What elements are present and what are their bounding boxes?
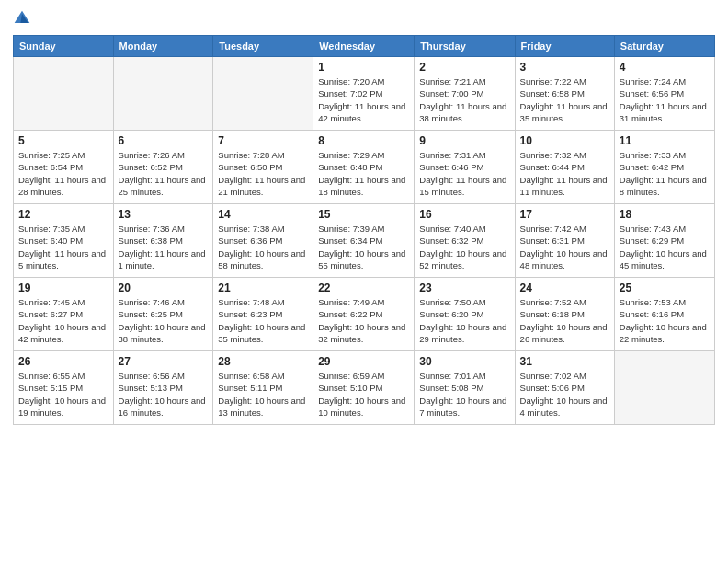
day-info: Sunrise: 7:20 AM Sunset: 7:02 PM Dayligh… bbox=[318, 75, 409, 124]
weekday-header-monday: Monday bbox=[113, 36, 213, 57]
day-info: Sunrise: 7:29 AM Sunset: 6:48 PM Dayligh… bbox=[318, 149, 409, 198]
calendar-cell: 26Sunrise: 6:55 AM Sunset: 5:15 PM Dayli… bbox=[14, 351, 114, 425]
calendar-week-3: 19Sunrise: 7:45 AM Sunset: 6:27 PM Dayli… bbox=[14, 278, 715, 351]
day-info: Sunrise: 7:45 AM Sunset: 6:27 PM Dayligh… bbox=[18, 296, 108, 345]
day-info: Sunrise: 7:39 AM Sunset: 6:34 PM Dayligh… bbox=[318, 223, 409, 271]
calendar-cell: 23Sunrise: 7:50 AM Sunset: 6:20 PM Dayli… bbox=[415, 278, 515, 351]
calendar-cell: 31Sunrise: 7:02 AM Sunset: 5:06 PM Dayli… bbox=[515, 351, 614, 425]
calendar-cell: 19Sunrise: 7:45 AM Sunset: 6:27 PM Dayli… bbox=[14, 278, 114, 351]
day-number: 19 bbox=[18, 282, 108, 294]
day-number: 10 bbox=[520, 134, 609, 147]
day-info: Sunrise: 7:28 AM Sunset: 6:50 PM Dayligh… bbox=[218, 149, 308, 198]
calendar-table: SundayMondayTuesdayWednesdayThursdayFrid… bbox=[13, 35, 715, 425]
day-info: Sunrise: 7:33 AM Sunset: 6:42 PM Dayligh… bbox=[620, 149, 710, 198]
day-info: Sunrise: 7:52 AM Sunset: 6:18 PM Dayligh… bbox=[520, 296, 609, 345]
day-info: Sunrise: 7:48 AM Sunset: 6:23 PM Dayligh… bbox=[218, 296, 308, 345]
calendar-cell: 5Sunrise: 7:25 AM Sunset: 6:54 PM Daylig… bbox=[14, 131, 114, 204]
day-info: Sunrise: 7:26 AM Sunset: 6:52 PM Dayligh… bbox=[119, 149, 209, 198]
calendar-cell: 8Sunrise: 7:29 AM Sunset: 6:48 PM Daylig… bbox=[313, 131, 415, 204]
day-info: Sunrise: 7:21 AM Sunset: 7:00 PM Dayligh… bbox=[419, 75, 509, 124]
calendar-cell: 28Sunrise: 6:58 AM Sunset: 5:11 PM Dayli… bbox=[213, 351, 313, 425]
day-info: Sunrise: 7:22 AM Sunset: 6:58 PM Dayligh… bbox=[520, 75, 609, 124]
day-info: Sunrise: 7:36 AM Sunset: 6:38 PM Dayligh… bbox=[119, 223, 209, 271]
calendar-cell: 17Sunrise: 7:42 AM Sunset: 6:31 PM Dayli… bbox=[515, 204, 614, 278]
day-number: 7 bbox=[218, 134, 308, 147]
calendar-cell bbox=[213, 57, 313, 131]
weekday-header-thursday: Thursday bbox=[415, 36, 515, 57]
calendar-cell: 30Sunrise: 7:01 AM Sunset: 5:08 PM Dayli… bbox=[415, 351, 515, 425]
weekday-header-tuesday: Tuesday bbox=[213, 36, 313, 57]
day-info: Sunrise: 7:42 AM Sunset: 6:31 PM Dayligh… bbox=[520, 223, 609, 271]
day-number: 13 bbox=[119, 208, 209, 221]
calendar-cell: 7Sunrise: 7:28 AM Sunset: 6:50 PM Daylig… bbox=[213, 131, 313, 204]
day-number: 9 bbox=[419, 134, 509, 147]
day-number: 28 bbox=[218, 355, 308, 368]
header bbox=[13, 9, 715, 28]
day-info: Sunrise: 7:32 AM Sunset: 6:44 PM Dayligh… bbox=[520, 149, 609, 198]
calendar-cell: 22Sunrise: 7:49 AM Sunset: 6:22 PM Dayli… bbox=[313, 278, 415, 351]
calendar-cell: 10Sunrise: 7:32 AM Sunset: 6:44 PM Dayli… bbox=[515, 131, 614, 204]
day-number: 26 bbox=[18, 355, 108, 368]
day-number: 23 bbox=[419, 282, 509, 294]
day-number: 25 bbox=[620, 282, 710, 294]
day-number: 16 bbox=[419, 208, 509, 221]
calendar-week-2: 12Sunrise: 7:35 AM Sunset: 6:40 PM Dayli… bbox=[14, 204, 715, 278]
calendar-cell: 21Sunrise: 7:48 AM Sunset: 6:23 PM Dayli… bbox=[213, 278, 313, 351]
day-info: Sunrise: 6:56 AM Sunset: 5:13 PM Dayligh… bbox=[119, 370, 209, 419]
calendar-cell: 12Sunrise: 7:35 AM Sunset: 6:40 PM Dayli… bbox=[14, 204, 114, 278]
day-info: Sunrise: 7:38 AM Sunset: 6:36 PM Dayligh… bbox=[218, 223, 308, 271]
calendar-cell: 29Sunrise: 6:59 AM Sunset: 5:10 PM Dayli… bbox=[313, 351, 415, 425]
calendar-body: 1Sunrise: 7:20 AM Sunset: 7:02 PM Daylig… bbox=[14, 57, 715, 425]
day-info: Sunrise: 7:46 AM Sunset: 6:25 PM Dayligh… bbox=[119, 296, 209, 345]
day-number: 5 bbox=[18, 134, 108, 147]
weekday-header-saturday: Saturday bbox=[614, 36, 714, 57]
day-number: 22 bbox=[318, 282, 409, 294]
calendar-cell: 9Sunrise: 7:31 AM Sunset: 6:46 PM Daylig… bbox=[415, 131, 515, 204]
day-number: 2 bbox=[419, 61, 509, 74]
day-info: Sunrise: 7:40 AM Sunset: 6:32 PM Dayligh… bbox=[419, 223, 509, 271]
day-info: Sunrise: 7:01 AM Sunset: 5:08 PM Dayligh… bbox=[419, 370, 509, 419]
day-info: Sunrise: 6:55 AM Sunset: 5:15 PM Dayligh… bbox=[18, 370, 108, 419]
calendar-cell bbox=[113, 57, 213, 131]
day-number: 12 bbox=[18, 208, 108, 221]
calendar-cell: 11Sunrise: 7:33 AM Sunset: 6:42 PM Dayli… bbox=[614, 131, 714, 204]
day-info: Sunrise: 7:24 AM Sunset: 6:56 PM Dayligh… bbox=[620, 75, 710, 124]
weekday-header-sunday: Sunday bbox=[14, 36, 114, 57]
day-number: 14 bbox=[218, 208, 308, 221]
calendar-header: SundayMondayTuesdayWednesdayThursdayFrid… bbox=[14, 36, 715, 57]
day-number: 21 bbox=[218, 282, 308, 294]
logo-icon bbox=[13, 9, 31, 28]
weekday-header-friday: Friday bbox=[515, 36, 614, 57]
calendar-cell bbox=[614, 351, 714, 425]
calendar-week-1: 5Sunrise: 7:25 AM Sunset: 6:54 PM Daylig… bbox=[14, 131, 715, 204]
calendar-cell: 16Sunrise: 7:40 AM Sunset: 6:32 PM Dayli… bbox=[415, 204, 515, 278]
weekday-row: SundayMondayTuesdayWednesdayThursdayFrid… bbox=[14, 36, 715, 57]
calendar-cell: 20Sunrise: 7:46 AM Sunset: 6:25 PM Dayli… bbox=[113, 278, 213, 351]
calendar-week-4: 26Sunrise: 6:55 AM Sunset: 5:15 PM Dayli… bbox=[14, 351, 715, 425]
day-number: 4 bbox=[620, 61, 710, 74]
page: SundayMondayTuesdayWednesdayThursdayFrid… bbox=[0, 0, 728, 563]
day-number: 27 bbox=[119, 355, 209, 368]
day-info: Sunrise: 7:31 AM Sunset: 6:46 PM Dayligh… bbox=[419, 149, 509, 198]
calendar-cell: 18Sunrise: 7:43 AM Sunset: 6:29 PM Dayli… bbox=[614, 204, 714, 278]
day-number: 6 bbox=[119, 134, 209, 147]
day-info: Sunrise: 7:02 AM Sunset: 5:06 PM Dayligh… bbox=[520, 370, 609, 419]
day-info: Sunrise: 7:53 AM Sunset: 6:16 PM Dayligh… bbox=[620, 296, 710, 345]
calendar-cell: 24Sunrise: 7:52 AM Sunset: 6:18 PM Dayli… bbox=[515, 278, 614, 351]
day-number: 20 bbox=[119, 282, 209, 294]
day-number: 18 bbox=[620, 208, 710, 221]
calendar-week-0: 1Sunrise: 7:20 AM Sunset: 7:02 PM Daylig… bbox=[14, 57, 715, 131]
day-info: Sunrise: 7:43 AM Sunset: 6:29 PM Dayligh… bbox=[620, 223, 710, 271]
day-info: Sunrise: 6:59 AM Sunset: 5:10 PM Dayligh… bbox=[318, 370, 409, 419]
day-number: 15 bbox=[318, 208, 409, 221]
calendar-cell: 14Sunrise: 7:38 AM Sunset: 6:36 PM Dayli… bbox=[213, 204, 313, 278]
day-number: 8 bbox=[318, 134, 409, 147]
calendar-cell bbox=[14, 57, 114, 131]
day-info: Sunrise: 7:50 AM Sunset: 6:20 PM Dayligh… bbox=[419, 296, 509, 345]
day-number: 30 bbox=[419, 355, 509, 368]
calendar-cell: 13Sunrise: 7:36 AM Sunset: 6:38 PM Dayli… bbox=[113, 204, 213, 278]
day-number: 31 bbox=[520, 355, 609, 368]
day-number: 24 bbox=[520, 282, 609, 294]
calendar-cell: 27Sunrise: 6:56 AM Sunset: 5:13 PM Dayli… bbox=[113, 351, 213, 425]
calendar-cell: 1Sunrise: 7:20 AM Sunset: 7:02 PM Daylig… bbox=[313, 57, 415, 131]
